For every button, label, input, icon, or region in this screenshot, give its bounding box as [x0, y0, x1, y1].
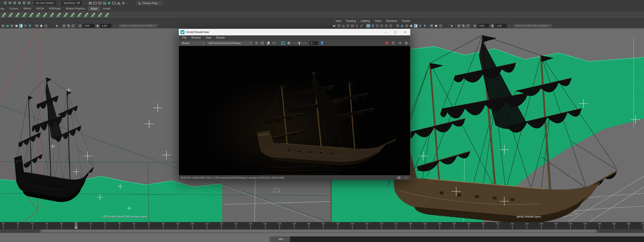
- renderview-menu-file[interactable]: File: [180, 36, 189, 39]
- shelf-tab-motion-graphics[interactable]: Motion Graphics: [63, 6, 88, 11]
- snapshot-icon[interactable]: [254, 41, 259, 45]
- settings-gear-icon[interactable]: [404, 41, 408, 45]
- debug-shading-icon[interactable]: [397, 41, 402, 45]
- arnold-renderview-window[interactable]: M Arnold RenderView –▢✕ FileWindowViewRe…: [178, 29, 410, 180]
- xgen-noise-icon[interactable]: [56, 11, 62, 18]
- refresh-render-icon[interactable]: [391, 41, 396, 45]
- isolate-add-icon[interactable]: [461, 24, 466, 28]
- make-live-magnet-icon[interactable]: [26, 1, 31, 5]
- renderview-titlebar[interactable]: M Arnold RenderView –▢✕: [179, 29, 410, 35]
- viewport-menu-shading[interactable]: Shading: [344, 19, 358, 23]
- shelf-tab-custom[interactable]: Custom: [7, 6, 21, 11]
- debug-value-field[interactable]: 0: [310, 41, 318, 45]
- layout-four-pane-icon[interactable]: [371, 24, 375, 28]
- film-camera-icon[interactable]: [332, 24, 336, 28]
- image-plane-icon[interactable]: [350, 24, 354, 28]
- left-gamma-field[interactable]: 1.00: [100, 24, 112, 28]
- viewport-menu-show[interactable]: Show: [373, 19, 384, 23]
- log-file-icon[interactable]: LOG: [320, 41, 324, 45]
- render-current-frame-icon[interactable]: [92, 1, 97, 5]
- zoom-ratio-label[interactable]: 1:1: [271, 42, 277, 45]
- xgen-groom-tool-icon[interactable]: [0, 11, 7, 18]
- time-slider[interactable]: 4045505560657075808590951001051101151201…: [0, 222, 644, 229]
- snap-view-plane-magnet-icon[interactable]: [22, 1, 26, 5]
- open-render-view-icon[interactable]: [88, 1, 92, 5]
- default-light-icon[interactable]: [24, 24, 28, 28]
- aov-select[interactable]: Beauty▾: [180, 41, 206, 45]
- pause-ipr-icon[interactable]: [121, 1, 126, 5]
- xgen-add-guides-icon[interactable]: [14, 11, 21, 18]
- xgen-brush-icon[interactable]: [28, 11, 34, 18]
- viewport-menu-view[interactable]: View: [334, 19, 343, 23]
- viewport-menu-panels[interactable]: Panels: [400, 19, 412, 23]
- camera-attributes-icon[interactable]: [341, 24, 346, 28]
- right-exposure-field[interactable]: 0.00: [478, 24, 489, 28]
- use-all-lights-icon[interactable]: [35, 24, 39, 28]
- xgen-density-icon[interactable]: [76, 11, 83, 18]
- chevron-down-icon[interactable]: ▾: [32, 2, 33, 4]
- shelf-tab-mash[interactable]: MASH: [34, 6, 46, 11]
- snapshot-camera-icon[interactable]: [396, 176, 402, 179]
- symmetry-field[interactable]: Symmetry: Off: [62, 1, 82, 5]
- launch-sequence-render-icon[interactable]: [116, 1, 121, 5]
- checker-sphere-icon[interactable]: [414, 24, 418, 28]
- textured-cube-icon[interactable]: [405, 24, 409, 28]
- range-slider-bar[interactable]: [40, 230, 598, 233]
- xgen-freeze-icon[interactable]: [90, 11, 96, 18]
- xgen-comb-icon[interactable]: [21, 11, 28, 18]
- xgen-part-icon[interactable]: [69, 11, 76, 18]
- shelf-book-icon[interactable]: [337, 24, 341, 28]
- ambient-occlusion-icon[interactable]: [438, 24, 443, 28]
- default-light-icon[interactable]: [418, 24, 422, 28]
- range-slider[interactable]: [0, 229, 644, 233]
- pan-zoom-icon[interactable]: [355, 24, 359, 28]
- motion-blur-icon[interactable]: [48, 24, 52, 28]
- user-account-menu[interactable]: Thomas Förg ▾: [136, 1, 163, 5]
- textured-light-icon[interactable]: [28, 24, 32, 28]
- maximize-window-button-icon[interactable]: ▢: [390, 29, 400, 35]
- snap-curve-magnet-icon[interactable]: [8, 1, 12, 5]
- expand-chevron-icon[interactable]: ⌄: [403, 176, 408, 179]
- renderview-menu-view[interactable]: View: [204, 36, 214, 39]
- range-end-handle[interactable]: [596, 230, 598, 233]
- gamma-icon[interactable]: [95, 24, 100, 28]
- chevron-down-icon[interactable]: ▾: [60, 2, 61, 4]
- chevron-right-icon[interactable]: ⟩: [83, 2, 84, 4]
- ipr-render-icon[interactable]: IPR: [97, 1, 102, 5]
- xgen-create-description-icon[interactable]: [7, 11, 14, 18]
- checker-sphere-icon[interactable]: [19, 24, 23, 28]
- viewport-menu-renderer[interactable]: Renderer: [384, 19, 399, 23]
- shaded-cube-icon[interactable]: [5, 24, 10, 28]
- xgen-cut-icon[interactable]: [35, 11, 42, 18]
- xray-icon[interactable]: [71, 24, 75, 28]
- snap-projected-center-magnet-icon[interactable]: [17, 1, 22, 5]
- renderview-menu-render[interactable]: Render: [214, 36, 227, 39]
- wireframe-cube-icon[interactable]: [396, 24, 400, 28]
- snap-point-magnet-icon[interactable]: [12, 1, 17, 5]
- xgen-sculpt-icon[interactable]: [96, 11, 103, 18]
- minimize-window-button-icon[interactable]: –: [380, 29, 390, 35]
- object-select-icon[interactable]: [450, 24, 454, 28]
- motion-blur-icon[interactable]: [443, 24, 447, 28]
- color-wheel-icon[interactable]: [266, 41, 270, 45]
- shelf-tab-xgen[interactable]: XGen: [88, 6, 100, 11]
- isolate-select-icon[interactable]: [457, 24, 461, 28]
- xgen-clump-icon[interactable]: [62, 11, 69, 18]
- grease-pencil-icon[interactable]: [359, 24, 364, 28]
- shelf-tab-ing[interactable]: ing: [0, 6, 7, 11]
- viewport-menu-lighting[interactable]: Lighting: [359, 19, 372, 23]
- layout-single-pane-icon[interactable]: [366, 24, 370, 28]
- use-all-lights-icon[interactable]: [430, 24, 434, 28]
- debug-shading-gear-icon[interactable]: [286, 41, 291, 45]
- render-region-icon[interactable]: [281, 41, 286, 45]
- material-sphere-icon[interactable]: [409, 24, 413, 28]
- isolate-add-icon[interactable]: [66, 24, 71, 28]
- live-surface-field[interactable]: No Live Surface: [34, 1, 56, 5]
- layout-three-pane-icon[interactable]: [384, 24, 388, 28]
- isolate-slider[interactable]: [293, 43, 307, 43]
- left-exposure-field[interactable]: 0.00: [83, 24, 94, 28]
- stop-render-icon[interactable]: [384, 41, 389, 45]
- xray-icon[interactable]: [466, 24, 470, 28]
- layout-two-side-icon[interactable]: [380, 24, 384, 28]
- xgen-select-icon[interactable]: [104, 11, 110, 18]
